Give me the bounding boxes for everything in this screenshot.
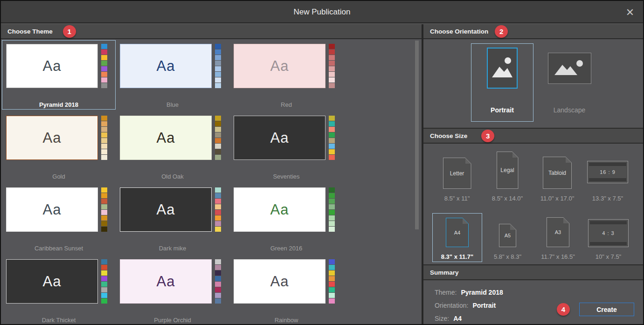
size-option-legal[interactable]: Legal 8.5" x 14.0" — [484, 148, 531, 205]
theme-sample-text: Aa — [157, 130, 175, 146]
color-swatch — [215, 282, 221, 287]
theme-tile-dark-thicket[interactable]: Aa Dark Thicket — [2, 256, 116, 325]
summary-row-theme: Theme:Pyramid 2018 — [435, 286, 643, 299]
theme-sample-text: Aa — [43, 201, 62, 218]
theme-color-swatches — [215, 44, 221, 89]
size-section-header: Choose Size 3 — [423, 129, 643, 144]
orientation-section-header: Choose Orientation 2 — [423, 24, 643, 39]
size-option-a3[interactable]: A3 11.7" x 16.5" — [533, 213, 583, 262]
theme-tile-purple-orchid[interactable]: Aa Purple Orchid — [116, 256, 229, 325]
theme-tile-red[interactable]: Aa Red — [229, 40, 343, 110]
color-swatch — [101, 215, 107, 221]
step-badge-1: 1 — [63, 25, 76, 38]
color-swatch — [215, 44, 221, 49]
orientation-label: Portrait — [491, 106, 514, 114]
color-swatch — [215, 187, 221, 193]
color-swatch — [215, 121, 221, 126]
theme-thumbnail: Aa — [6, 259, 98, 304]
size-option-4-3[interactable]: 4 : 3 10" x 7.5" — [583, 213, 633, 262]
theme-color-swatches — [329, 259, 335, 304]
color-swatch — [329, 210, 335, 215]
summary-section-header: Summary — [423, 265, 643, 280]
color-swatch — [329, 144, 335, 149]
color-swatch — [329, 276, 335, 281]
color-swatch — [215, 204, 221, 209]
color-swatch — [215, 293, 221, 298]
color-swatch — [329, 293, 335, 298]
create-button[interactable]: Create — [579, 303, 634, 316]
theme-name: Green 2016 — [230, 245, 343, 252]
theme-tile-seventies[interactable]: Aa Seventies — [229, 112, 343, 181]
theme-name: Dark mike — [116, 245, 229, 252]
theme-panel: Choose Theme 1 Aa Pyramid 2018 Aa — [1, 24, 422, 324]
theme-color-swatches — [101, 116, 107, 160]
color-swatch — [329, 282, 335, 287]
close-icon[interactable]: ✕ — [623, 5, 637, 20]
color-swatch — [329, 49, 335, 55]
color-swatch — [329, 116, 335, 121]
theme-thumbnail: Aa — [6, 44, 98, 88]
color-swatch — [101, 83, 107, 88]
color-swatch — [215, 55, 221, 60]
theme-name: Pyramid 2018 — [2, 101, 115, 108]
color-swatch — [101, 265, 107, 270]
size-dimensions: 8.5" x 14.0" — [492, 195, 523, 202]
theme-tile-old-oak[interactable]: Aa Old Oak — [116, 112, 229, 181]
theme-tile-pyramid-2018[interactable]: Aa Pyramid 2018 — [2, 40, 116, 110]
size-dimensions: 11.0" x 17.0" — [540, 195, 575, 202]
color-swatch — [215, 265, 221, 270]
color-swatch — [215, 298, 221, 304]
summary-size-value: A4 — [453, 315, 462, 322]
color-swatch — [101, 282, 107, 287]
color-swatch — [101, 293, 107, 298]
color-swatch — [101, 259, 107, 264]
color-swatch — [101, 193, 107, 198]
size-option-letter[interactable]: Letter 8.5" x 11" — [434, 148, 480, 205]
theme-thumbnail: Aa — [120, 44, 212, 88]
theme-tile-green-2016[interactable]: Aa Green 2016 — [229, 184, 343, 253]
size-option-16-9[interactable]: 16 : 9 13.3" x 7.5" — [584, 148, 631, 205]
theme-name: Seventies — [230, 173, 343, 180]
theme-name: Caribbean Sunset — [2, 245, 115, 252]
color-swatch — [101, 298, 107, 304]
color-swatch — [101, 138, 107, 143]
summary-theme-value: Pyramid 2018 — [461, 289, 503, 296]
theme-sample-text: Aa — [270, 58, 289, 75]
summary-header-label: Summary — [430, 269, 459, 276]
color-swatch — [215, 66, 221, 71]
theme-tile-rainbow[interactable]: Aa Rainbow — [229, 256, 343, 325]
theme-scrollbar-thumb[interactable] — [415, 41, 419, 229]
page-a3-icon: A3 — [547, 217, 569, 247]
step-badge-2: 2 — [495, 25, 508, 38]
theme-tile-dark-mike[interactable]: Aa Dark mike — [116, 184, 229, 253]
color-swatch — [215, 270, 221, 276]
color-swatch — [215, 116, 221, 121]
size-option-a5[interactable]: A5 5.8" x 8.3" — [483, 213, 533, 262]
portrait-icon — [487, 48, 518, 89]
orientation-option-portrait[interactable]: Portrait — [471, 43, 533, 122]
color-swatch — [329, 227, 335, 232]
summary-size-label: Size: — [435, 315, 449, 322]
theme-tile-caribbean-sunset[interactable]: Aa Caribbean Sunset — [2, 184, 116, 253]
color-swatch — [329, 270, 335, 276]
color-swatch — [215, 276, 221, 281]
theme-tile-gold[interactable]: Aa Gold — [2, 112, 116, 181]
color-swatch — [329, 72, 335, 77]
theme-thumbnail: Aa — [120, 259, 212, 304]
color-swatch — [329, 204, 335, 209]
size-option-a4[interactable]: A4 8.3" x 11.7" — [432, 213, 482, 262]
color-swatch — [215, 193, 221, 198]
widescreen-4-3-icon: 4 : 3 — [588, 219, 629, 247]
color-swatch — [215, 221, 221, 226]
landscape-icon — [548, 53, 591, 84]
theme-color-swatches — [101, 187, 107, 232]
theme-sample-text: Aa — [270, 273, 289, 290]
size-dimensions: 13.3" x 7.5" — [592, 195, 623, 202]
size-name: Letter — [450, 170, 464, 177]
size-name: A5 — [505, 233, 511, 238]
theme-tile-blue[interactable]: Aa Blue — [116, 40, 229, 110]
orientation-option-landscape[interactable]: Landscape — [538, 43, 601, 122]
theme-thumbnail: Aa — [120, 187, 212, 232]
size-option-tabloid[interactable]: Tabloid 11.0" x 17.0" — [534, 148, 581, 205]
size-header-label: Choose Size — [430, 132, 467, 139]
